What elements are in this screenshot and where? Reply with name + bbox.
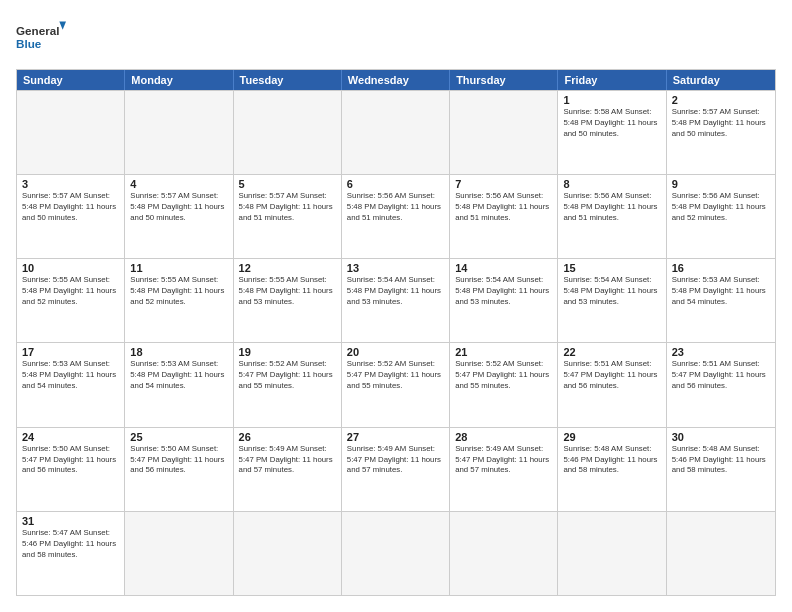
day-info: Sunrise: 5:53 AM Sunset: 5:48 PM Dayligh…	[672, 275, 770, 308]
svg-text:Blue: Blue	[16, 37, 42, 50]
calendar-cell-w5d4	[450, 512, 558, 595]
day-number: 20	[347, 346, 444, 358]
day-info: Sunrise: 5:47 AM Sunset: 5:46 PM Dayligh…	[22, 528, 119, 561]
day-number: 27	[347, 431, 444, 443]
day-number: 14	[455, 262, 552, 274]
day-number: 17	[22, 346, 119, 358]
day-info: Sunrise: 5:52 AM Sunset: 5:47 PM Dayligh…	[455, 359, 552, 392]
day-header-wednesday: Wednesday	[342, 70, 450, 90]
day-number: 12	[239, 262, 336, 274]
day-header-monday: Monday	[125, 70, 233, 90]
day-info: Sunrise: 5:57 AM Sunset: 5:48 PM Dayligh…	[130, 191, 227, 224]
day-number: 26	[239, 431, 336, 443]
day-info: Sunrise: 5:50 AM Sunset: 5:47 PM Dayligh…	[130, 444, 227, 477]
day-info: Sunrise: 5:56 AM Sunset: 5:48 PM Dayligh…	[563, 191, 660, 224]
day-info: Sunrise: 5:55 AM Sunset: 5:48 PM Dayligh…	[239, 275, 336, 308]
calendar-cell-w1d6: 9Sunrise: 5:56 AM Sunset: 5:48 PM Daylig…	[667, 175, 775, 258]
calendar-cell-w0d6: 2Sunrise: 5:57 AM Sunset: 5:48 PM Daylig…	[667, 91, 775, 174]
calendar-body: 1Sunrise: 5:58 AM Sunset: 5:48 PM Daylig…	[17, 90, 775, 595]
calendar-cell-w3d3: 20Sunrise: 5:52 AM Sunset: 5:47 PM Dayli…	[342, 343, 450, 426]
calendar-cell-w0d2	[234, 91, 342, 174]
day-info: Sunrise: 5:54 AM Sunset: 5:48 PM Dayligh…	[455, 275, 552, 308]
day-header-friday: Friday	[558, 70, 666, 90]
day-info: Sunrise: 5:54 AM Sunset: 5:48 PM Dayligh…	[347, 275, 444, 308]
calendar-week-2: 10Sunrise: 5:55 AM Sunset: 5:48 PM Dayli…	[17, 258, 775, 342]
svg-marker-2	[59, 21, 66, 29]
day-info: Sunrise: 5:53 AM Sunset: 5:48 PM Dayligh…	[22, 359, 119, 392]
day-info: Sunrise: 5:51 AM Sunset: 5:47 PM Dayligh…	[672, 359, 770, 392]
day-info: Sunrise: 5:55 AM Sunset: 5:48 PM Dayligh…	[130, 275, 227, 308]
calendar-week-4: 24Sunrise: 5:50 AM Sunset: 5:47 PM Dayli…	[17, 427, 775, 511]
day-number: 28	[455, 431, 552, 443]
day-info: Sunrise: 5:49 AM Sunset: 5:47 PM Dayligh…	[239, 444, 336, 477]
calendar-cell-w4d1: 25Sunrise: 5:50 AM Sunset: 5:47 PM Dayli…	[125, 428, 233, 511]
day-number: 19	[239, 346, 336, 358]
day-number: 25	[130, 431, 227, 443]
day-number: 22	[563, 346, 660, 358]
calendar-cell-w3d4: 21Sunrise: 5:52 AM Sunset: 5:47 PM Dayli…	[450, 343, 558, 426]
calendar-cell-w0d1	[125, 91, 233, 174]
day-number: 24	[22, 431, 119, 443]
calendar-cell-w5d2	[234, 512, 342, 595]
calendar-cell-w0d0	[17, 91, 125, 174]
calendar-cell-w5d6	[667, 512, 775, 595]
day-number: 9	[672, 178, 770, 190]
day-info: Sunrise: 5:55 AM Sunset: 5:48 PM Dayligh…	[22, 275, 119, 308]
day-info: Sunrise: 5:48 AM Sunset: 5:46 PM Dayligh…	[672, 444, 770, 477]
calendar-cell-w4d3: 27Sunrise: 5:49 AM Sunset: 5:47 PM Dayli…	[342, 428, 450, 511]
calendar-cell-w5d5	[558, 512, 666, 595]
day-header-saturday: Saturday	[667, 70, 775, 90]
day-number: 4	[130, 178, 227, 190]
calendar-cell-w0d3	[342, 91, 450, 174]
day-info: Sunrise: 5:52 AM Sunset: 5:47 PM Dayligh…	[347, 359, 444, 392]
page-header: General Blue	[16, 16, 776, 61]
day-info: Sunrise: 5:49 AM Sunset: 5:47 PM Dayligh…	[455, 444, 552, 477]
calendar-cell-w4d5: 29Sunrise: 5:48 AM Sunset: 5:46 PM Dayli…	[558, 428, 666, 511]
day-header-thursday: Thursday	[450, 70, 558, 90]
day-number: 16	[672, 262, 770, 274]
day-number: 29	[563, 431, 660, 443]
day-number: 31	[22, 515, 119, 527]
calendar-cell-w5d0: 31Sunrise: 5:47 AM Sunset: 5:46 PM Dayli…	[17, 512, 125, 595]
day-info: Sunrise: 5:50 AM Sunset: 5:47 PM Dayligh…	[22, 444, 119, 477]
calendar-cell-w4d2: 26Sunrise: 5:49 AM Sunset: 5:47 PM Dayli…	[234, 428, 342, 511]
calendar-cell-w1d0: 3Sunrise: 5:57 AM Sunset: 5:48 PM Daylig…	[17, 175, 125, 258]
day-number: 3	[22, 178, 119, 190]
calendar-cell-w1d5: 8Sunrise: 5:56 AM Sunset: 5:48 PM Daylig…	[558, 175, 666, 258]
calendar-cell-w0d4	[450, 91, 558, 174]
day-number: 11	[130, 262, 227, 274]
calendar-cell-w2d6: 16Sunrise: 5:53 AM Sunset: 5:48 PM Dayli…	[667, 259, 775, 342]
calendar-cell-w5d3	[342, 512, 450, 595]
calendar-week-3: 17Sunrise: 5:53 AM Sunset: 5:48 PM Dayli…	[17, 342, 775, 426]
day-number: 5	[239, 178, 336, 190]
calendar-cell-w2d1: 11Sunrise: 5:55 AM Sunset: 5:48 PM Dayli…	[125, 259, 233, 342]
day-info: Sunrise: 5:54 AM Sunset: 5:48 PM Dayligh…	[563, 275, 660, 308]
calendar-cell-w4d4: 28Sunrise: 5:49 AM Sunset: 5:47 PM Dayli…	[450, 428, 558, 511]
calendar-cell-w4d6: 30Sunrise: 5:48 AM Sunset: 5:46 PM Dayli…	[667, 428, 775, 511]
day-info: Sunrise: 5:56 AM Sunset: 5:48 PM Dayligh…	[455, 191, 552, 224]
calendar-cell-w1d4: 7Sunrise: 5:56 AM Sunset: 5:48 PM Daylig…	[450, 175, 558, 258]
calendar-cell-w2d2: 12Sunrise: 5:55 AM Sunset: 5:48 PM Dayli…	[234, 259, 342, 342]
calendar-cell-w3d0: 17Sunrise: 5:53 AM Sunset: 5:48 PM Dayli…	[17, 343, 125, 426]
day-number: 23	[672, 346, 770, 358]
calendar-week-5: 31Sunrise: 5:47 AM Sunset: 5:46 PM Dayli…	[17, 511, 775, 595]
calendar-cell-w2d0: 10Sunrise: 5:55 AM Sunset: 5:48 PM Dayli…	[17, 259, 125, 342]
day-info: Sunrise: 5:52 AM Sunset: 5:47 PM Dayligh…	[239, 359, 336, 392]
day-number: 30	[672, 431, 770, 443]
day-number: 13	[347, 262, 444, 274]
calendar-cell-w2d3: 13Sunrise: 5:54 AM Sunset: 5:48 PM Dayli…	[342, 259, 450, 342]
day-header-tuesday: Tuesday	[234, 70, 342, 90]
day-number: 2	[672, 94, 770, 106]
day-info: Sunrise: 5:48 AM Sunset: 5:46 PM Dayligh…	[563, 444, 660, 477]
day-number: 15	[563, 262, 660, 274]
calendar-header: SundayMondayTuesdayWednesdayThursdayFrid…	[17, 70, 775, 90]
day-info: Sunrise: 5:58 AM Sunset: 5:48 PM Dayligh…	[563, 107, 660, 140]
day-number: 10	[22, 262, 119, 274]
day-info: Sunrise: 5:53 AM Sunset: 5:48 PM Dayligh…	[130, 359, 227, 392]
calendar-week-0: 1Sunrise: 5:58 AM Sunset: 5:48 PM Daylig…	[17, 90, 775, 174]
calendar-cell-w3d1: 18Sunrise: 5:53 AM Sunset: 5:48 PM Dayli…	[125, 343, 233, 426]
logo-svg: General Blue	[16, 16, 66, 61]
calendar-cell-w2d4: 14Sunrise: 5:54 AM Sunset: 5:48 PM Dayli…	[450, 259, 558, 342]
calendar-cell-w3d2: 19Sunrise: 5:52 AM Sunset: 5:47 PM Dayli…	[234, 343, 342, 426]
calendar-cell-w1d2: 5Sunrise: 5:57 AM Sunset: 5:48 PM Daylig…	[234, 175, 342, 258]
